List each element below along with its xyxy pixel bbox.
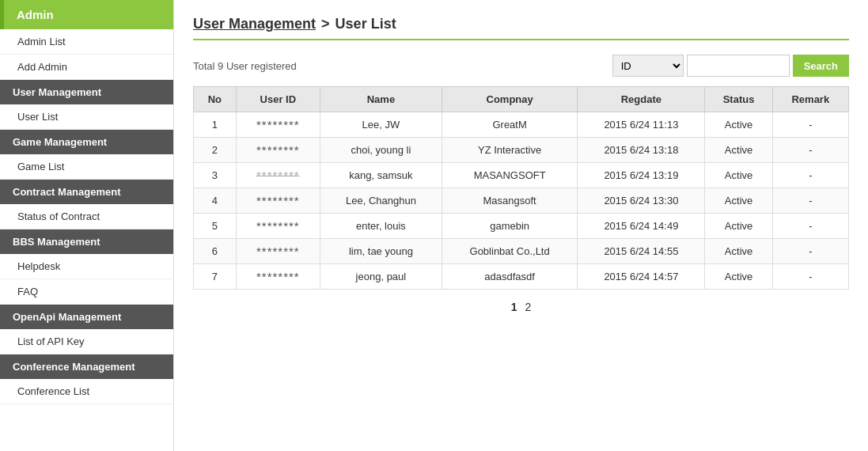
cell-company: Goblinbat Co.,Ltd: [442, 239, 577, 264]
pagination: 1 2: [193, 301, 849, 313]
cell-company: Masangsoft: [442, 188, 577, 214]
user-table: NoUser IDNameCompnayRegdateStatusRemark …: [193, 86, 849, 290]
search-controls: IDNameCompany Search: [612, 55, 849, 77]
cell-status: Active: [705, 163, 772, 188]
cell-remark: -: [772, 163, 848, 188]
breadcrumb-sep: >: [321, 16, 330, 32]
sidebar-section-bbs-management[interactable]: BBS Management: [0, 229, 173, 254]
cell-status: Active: [705, 239, 772, 264]
cell-remark: -: [772, 264, 848, 290]
table-row: 5********enter, louisgamebin2015 6/24 14…: [194, 214, 849, 239]
cell-regdate: 2015 6/24 14:49: [578, 214, 705, 239]
sidebar-item-status-of-contract[interactable]: Status of Contract: [0, 204, 173, 229]
cell-no: 4: [194, 188, 237, 214]
cell-status: Active: [705, 264, 772, 290]
sidebar-item-user-list[interactable]: User List: [0, 104, 173, 130]
sidebar-item-list-of-api-key[interactable]: List of API Key: [0, 329, 173, 354]
cell-name: choi, young li: [320, 138, 442, 163]
cell-no: 7: [194, 264, 237, 290]
cell-company: adasdfasdf: [442, 264, 577, 290]
cell-company: GreatM: [442, 112, 577, 138]
cell-name: enter, louis: [320, 214, 442, 239]
cell-user_id: ********: [236, 239, 320, 264]
table-header-row: NoUser IDNameCompnayRegdateStatusRemark: [194, 87, 849, 112]
sidebar-section-openapi-management[interactable]: OpenApi Management: [0, 305, 173, 329]
cell-company: gamebin: [442, 214, 577, 239]
search-bar: Total 9 User registered IDNameCompany Se…: [193, 55, 849, 77]
search-input[interactable]: [687, 55, 790, 77]
cell-status: Active: [705, 112, 772, 138]
table-row: 7********jeong, pauladasdfasdf2015 6/24 …: [194, 264, 849, 290]
sidebar-section-contract-management[interactable]: Contract Management: [0, 180, 173, 204]
search-select[interactable]: IDNameCompany: [612, 55, 684, 77]
cell-company: MASANGSOFT: [442, 163, 577, 188]
cell-name: kang, samsuk: [320, 163, 442, 188]
col-header-remark: Remark: [772, 87, 848, 112]
cell-name: Lee, JW: [320, 112, 442, 138]
table-row: 1********Lee, JWGreatM2015 6/24 11:13Act…: [194, 112, 849, 138]
col-header-no: No: [194, 87, 237, 112]
sidebar-item-conference-list[interactable]: Conference List: [0, 379, 173, 404]
main-content: User Management > User List Total 9 User…: [174, 0, 868, 451]
sidebar-section-conference-management[interactable]: Conference Management: [0, 354, 173, 379]
cell-remark: -: [772, 239, 848, 264]
cell-remark: -: [772, 188, 848, 214]
col-header-compnay: Compnay: [442, 87, 577, 112]
page-link-1[interactable]: 1: [511, 301, 517, 313]
col-header-name: Name: [320, 87, 442, 112]
table-row: 2********choi, young liYZ Interactive201…: [194, 138, 849, 163]
sidebar-item-admin-list[interactable]: Admin List: [0, 29, 173, 55]
table-row: 3********kang, samsukMASANGSOFT2015 6/24…: [194, 163, 849, 188]
cell-user_id: ********: [236, 214, 320, 239]
cell-regdate: 2015 6/24 13:30: [578, 188, 705, 214]
cell-user_id: ********: [236, 188, 320, 214]
sidebar-item-helpdesk[interactable]: Helpdesk: [0, 254, 173, 279]
cell-no: 3: [194, 163, 237, 188]
sidebar-item-add-admin[interactable]: Add Admin: [0, 55, 173, 80]
cell-status: Active: [705, 188, 772, 214]
page-link-2[interactable]: 2: [525, 301, 531, 313]
cell-name: jeong, paul: [320, 264, 442, 290]
cell-status: Active: [705, 138, 772, 163]
breadcrumb-link[interactable]: User Management: [193, 16, 316, 32]
cell-regdate: 2015 6/24 13:19: [578, 163, 705, 188]
cell-regdate: 2015 6/24 11:13: [578, 112, 705, 138]
table-body: 1********Lee, JWGreatM2015 6/24 11:13Act…: [194, 112, 849, 290]
sidebar: Admin Admin ListAdd AdminUser Management…: [0, 0, 174, 451]
total-label: Total 9 User registered: [193, 60, 297, 72]
col-header-regdate: Regdate: [578, 87, 705, 112]
cell-remark: -: [772, 138, 848, 163]
cell-company: YZ Interactive: [442, 138, 577, 163]
cell-remark: -: [772, 112, 848, 138]
table-row: 6********lim, tae youngGoblinbat Co.,Ltd…: [194, 239, 849, 264]
col-header-user-id: User ID: [236, 87, 320, 112]
cell-no: 1: [194, 112, 237, 138]
page-title: User Management > User List: [193, 16, 849, 40]
cell-regdate: 2015 6/24 14:57: [578, 264, 705, 290]
sidebar-section-game-management[interactable]: Game Management: [0, 130, 173, 154]
sidebar-item-game-list[interactable]: Game List: [0, 154, 173, 180]
cell-remark: -: [772, 214, 848, 239]
cell-regdate: 2015 6/24 13:18: [578, 138, 705, 163]
cell-status: Active: [705, 214, 772, 239]
cell-name: lim, tae young: [320, 239, 442, 264]
cell-no: 2: [194, 138, 237, 163]
cell-regdate: 2015 6/24 14:55: [578, 239, 705, 264]
cell-user_id: ********: [236, 112, 320, 138]
table-row: 4********Lee, ChanghunMasangsoft2015 6/2…: [194, 188, 849, 214]
breadcrumb-current: User List: [335, 16, 396, 32]
cell-user_id: ********: [236, 264, 320, 290]
cell-user_id: ********: [236, 138, 320, 163]
cell-user_id: ********: [236, 163, 320, 188]
cell-no: 5: [194, 214, 237, 239]
col-header-status: Status: [705, 87, 772, 112]
sidebar-header: Admin: [0, 0, 173, 29]
sidebar-section-user-management[interactable]: User Management: [0, 80, 173, 104]
cell-name: Lee, Changhun: [320, 188, 442, 214]
search-button[interactable]: Search: [793, 55, 849, 77]
cell-no: 6: [194, 239, 237, 264]
sidebar-item-faq[interactable]: FAQ: [0, 279, 173, 305]
